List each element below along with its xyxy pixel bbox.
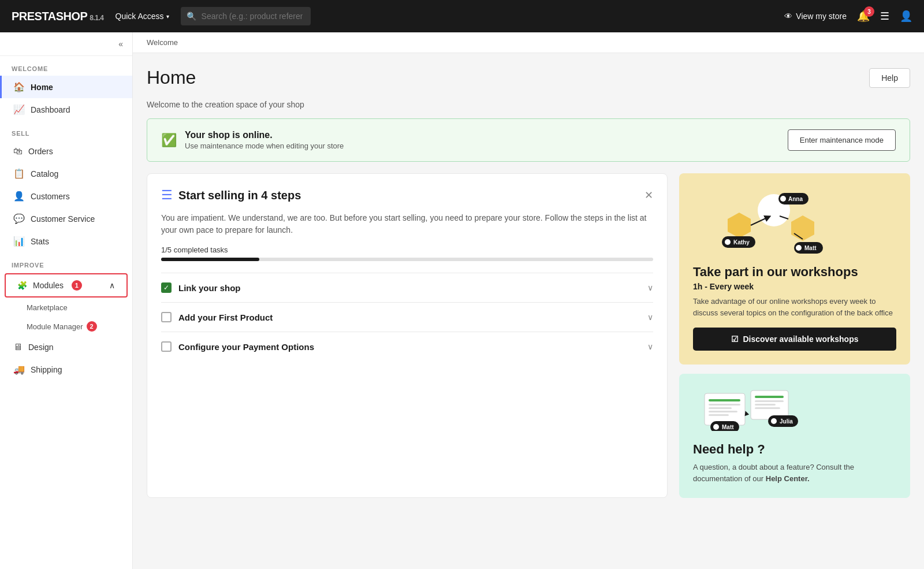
topnav-right: 👁 View my store 🔔 3 ☰ 👤 [784, 10, 912, 23]
chevron-down-icon[interactable]: ∨ [647, 283, 653, 292]
discover-workshops-button[interactable]: ☑ Discover available workshops [693, 328, 896, 351]
notifications-button[interactable]: 🔔 3 [857, 10, 870, 23]
customers-icon: 👤 [13, 191, 25, 202]
help-desc: A question, a doubt about a feature? Con… [693, 462, 896, 484]
sidebar-section-sell: SELL [0, 121, 132, 140]
sidebar-item-dashboard[interactable]: 📈 Dashboard [0, 98, 132, 121]
step-checkbox-payment [161, 341, 172, 352]
page-header: Home Help [147, 67, 910, 88]
sidebar-collapse-btn[interactable]: « [0, 32, 132, 56]
svg-marker-1 [728, 213, 751, 238]
sidebar-item-stats[interactable]: 📊 Stats [0, 230, 132, 252]
step-item-payment[interactable]: Configure your Payment Options ∨ [161, 332, 653, 361]
catalog-icon: 📋 [13, 168, 25, 179]
svg-rect-25 [755, 407, 780, 409]
page-title: Home [147, 67, 196, 88]
search-input[interactable] [181, 7, 311, 25]
help-title: Need help ? [693, 442, 896, 457]
progress-label: 1/5 completed tasks [161, 246, 653, 254]
svg-rect-22 [755, 396, 784, 398]
sidebar-subitem-module-manager[interactable]: Module Manager 2 [0, 317, 132, 336]
progress-bar [161, 258, 653, 261]
svg-rect-24 [755, 404, 776, 406]
workshop-card: Anna Kathy Matt Take part [679, 173, 910, 365]
orders-icon: 🛍 [13, 146, 23, 157]
svg-point-31 [713, 424, 719, 430]
svg-point-28 [771, 418, 777, 424]
svg-point-7 [780, 196, 786, 202]
steps-icon: ☰ [161, 188, 173, 203]
help-card: Julia Matt Need help ? A question, a dou… [679, 374, 910, 498]
sidebar-item-home[interactable]: 🏠 Home [0, 76, 132, 98]
chevron-down-icon[interactable]: ∨ [647, 313, 653, 322]
progress-fill [161, 258, 259, 261]
step-label-add-product: Add your First Product [178, 313, 273, 322]
svg-text:Julia: Julia [780, 418, 793, 425]
shop-banner-title: Your shop is online. [185, 130, 344, 140]
workshop-desc: Take advantage of our online workshops e… [693, 296, 896, 318]
sidebar: « WELCOME 🏠 Home 📈 Dashboard SELL 🛍 Orde… [0, 32, 133, 569]
help-button[interactable]: Help [869, 68, 910, 88]
workshop-illustration: Anna Kathy Matt [693, 187, 896, 256]
notification-badge: 3 [864, 6, 874, 17]
main-content-area: Welcome Home Help Welcome to the creatio… [133, 32, 924, 569]
sidebar-item-catalog[interactable]: 📋 Catalog [0, 162, 132, 185]
sidebar-item-customer-service[interactable]: 💬 Customer Service [0, 207, 132, 230]
sidebar-item-customers[interactable]: 👤 Customers [0, 185, 132, 207]
sidebar-subitem-marketplace[interactable]: Marketplace [0, 299, 132, 317]
chevron-down-icon[interactable]: ∨ [647, 342, 653, 351]
help-illustration: Julia Matt [693, 388, 896, 434]
sidebar-section-welcome: WELCOME [0, 56, 132, 76]
customer-service-icon: 💬 [13, 213, 25, 224]
home-icon: 🏠 [13, 81, 25, 92]
sidebar-item-orders[interactable]: 🛍 Orders [0, 140, 132, 162]
step-checkbox-link-shop: ✓ [161, 282, 172, 293]
logo: PRESTASHOP8.1.4 [12, 10, 104, 23]
svg-rect-15 [705, 393, 745, 425]
welcome-subtitle: Welcome to the creation space of your sh… [147, 100, 910, 109]
svg-rect-17 [709, 404, 740, 406]
sidebar-item-shipping[interactable]: 🚚 Shipping [0, 358, 132, 381]
workshop-svg: Anna Kathy Matt [693, 187, 855, 254]
design-icon: 🖥 [13, 342, 23, 352]
svg-text:Anna: Anna [788, 196, 803, 202]
breadcrumb: Welcome [133, 32, 924, 53]
maintenance-mode-button[interactable]: Enter maintenance mode [788, 129, 896, 151]
main-grid: ☰ Start selling in 4 steps ✕ You are imp… [147, 173, 910, 498]
steps-card: ☰ Start selling in 4 steps ✕ You are imp… [147, 173, 668, 498]
modules-icon: 🧩 [17, 281, 27, 290]
search-wrap: 🔍 [181, 7, 423, 25]
svg-point-13 [796, 245, 802, 251]
svg-rect-16 [709, 399, 740, 401]
step-checkbox-add-product [161, 312, 172, 322]
svg-rect-20 [709, 414, 729, 416]
main-content: Home Help Welcome to the creation space … [133, 53, 924, 512]
steps-title: Start selling in 4 steps [178, 189, 301, 202]
step-label-payment: Configure your Payment Options [178, 342, 314, 352]
quick-access-menu[interactable]: Quick Access ▾ [116, 12, 169, 21]
sidebar-section-improve: IMPROVE [0, 252, 132, 272]
collapse-icon[interactable]: « [118, 39, 123, 49]
close-icon[interactable]: ✕ [644, 189, 653, 202]
list-icon[interactable]: ☰ [880, 10, 889, 23]
sidebar-item-modules[interactable]: 🧩 Modules 1 ∧ [5, 273, 128, 297]
view-store-link[interactable]: 👁 View my store [784, 12, 847, 21]
stats-icon: 📊 [13, 236, 25, 247]
modules-badge: 1 [72, 280, 82, 291]
shipping-icon: 🚚 [13, 364, 25, 375]
svg-text:Kathy: Kathy [733, 239, 750, 246]
layout: « WELCOME 🏠 Home 📈 Dashboard SELL 🛍 Orde… [0, 32, 924, 569]
dashboard-icon: 📈 [13, 104, 25, 115]
check-circle-icon: ✅ [161, 133, 177, 148]
svg-marker-2 [791, 215, 814, 241]
user-icon[interactable]: 👤 [900, 10, 912, 23]
shop-status-banner: ✅ Your shop is online. Use maintenance m… [147, 118, 910, 162]
sidebar-item-design[interactable]: 🖥 Design [0, 336, 132, 358]
step-item-add-product[interactable]: Add your First Product ∨ [161, 302, 653, 332]
steps-header: ☰ Start selling in 4 steps ✕ [161, 188, 653, 203]
step-label-link-shop: Link your shop [178, 283, 241, 293]
svg-rect-23 [755, 400, 784, 402]
checkbox-icon: ☑ [731, 334, 739, 344]
right-column: Anna Kathy Matt Take part [679, 173, 910, 498]
step-item-link-shop[interactable]: ✓ Link your shop ∨ [161, 273, 653, 302]
